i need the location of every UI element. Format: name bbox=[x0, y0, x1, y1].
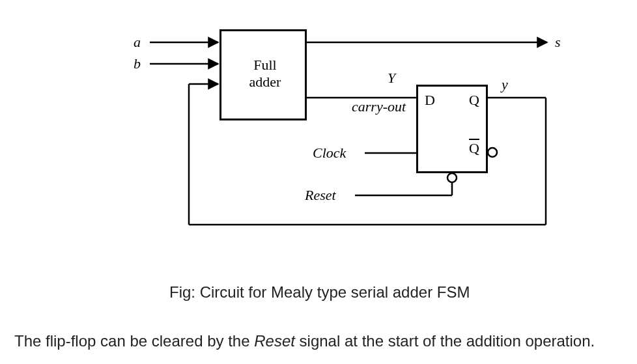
body-text-p2: signal at the start of the addition oper… bbox=[295, 332, 595, 350]
signal-carry-out-label: carry-out bbox=[352, 99, 406, 115]
signal-clock-label: Clock bbox=[313, 145, 346, 161]
output-y-label: y bbox=[502, 77, 508, 92]
figure-caption: Fig: Circuit for Mealy type serial adder… bbox=[169, 283, 470, 301]
body-text-reset-word: Reset bbox=[254, 332, 295, 350]
signal-Y-label: Y bbox=[388, 70, 395, 86]
ff-q-label: Q bbox=[469, 92, 479, 109]
svg-point-12 bbox=[447, 173, 457, 182]
ff-qbar-label: Q bbox=[469, 140, 479, 157]
signal-reset-label: Reset bbox=[305, 188, 336, 203]
body-text: The flip-flop can be cleared by the Rese… bbox=[14, 332, 595, 350]
body-text-p1: The flip-flop can be cleared by the bbox=[14, 332, 254, 350]
full-adder-label-line1: Full bbox=[221, 57, 309, 73]
output-s-label: s bbox=[555, 35, 561, 50]
input-a-label: a bbox=[134, 35, 141, 50]
wire-layer bbox=[0, 0, 637, 364]
full-adder-label-line2: adder bbox=[221, 74, 309, 90]
ff-d-label: D bbox=[425, 92, 435, 109]
input-b-label: b bbox=[134, 56, 141, 72]
full-adder-block: Full adder bbox=[219, 29, 307, 120]
flip-flop-block: D Q Q bbox=[416, 85, 488, 173]
svg-point-13 bbox=[488, 148, 497, 157]
diagram-canvas: Full adder D Q Q a b s Y carry-out y Clo… bbox=[0, 0, 637, 364]
